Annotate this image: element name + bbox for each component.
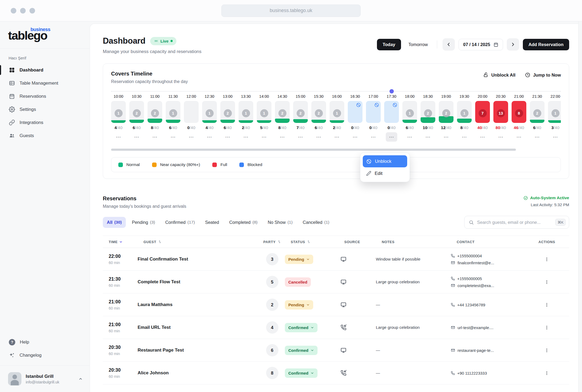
page-scrollbar[interactable]	[578, 21, 582, 392]
column-header-guest[interactable]: GUEST	[138, 240, 259, 244]
tomorrow-button[interactable]: Tomorrow	[405, 39, 432, 50]
sidebar-item-changelog[interactable]: Changelog	[0, 349, 90, 362]
add-reservation-button[interactable]: Add Reservation	[523, 39, 569, 50]
table-row[interactable]: 21:00 60 min Email URL Test 4 Confirmed …	[103, 316, 569, 339]
slot-capacity-bar[interactable]: 2	[148, 101, 162, 123]
status-badge[interactable]: Confirmed	[285, 323, 318, 332]
slot-more-button[interactable]: ⋯	[258, 132, 270, 142]
slot-more-button[interactable]: ⋯	[422, 132, 434, 142]
slot-more-button[interactable]: ⋯	[349, 132, 361, 142]
slot-capacity-bar[interactable]: 2	[530, 101, 545, 123]
slot-capacity-bar[interactable]: 1	[239, 101, 253, 123]
slot-capacity-bar[interactable]: 1	[548, 101, 561, 123]
slot-more-button[interactable]: ⋯	[113, 132, 124, 142]
slot-more-button[interactable]: ⋯	[331, 132, 343, 142]
column-header-time[interactable]: TIME	[103, 240, 138, 244]
row-actions-button[interactable]	[542, 300, 551, 310]
slot-capacity-bar[interactable]: 13	[493, 101, 508, 123]
table-row[interactable]: 20:30 60 min Restaurant Page Test 6 Conf…	[103, 339, 569, 362]
table-row[interactable]: 20:30 60 min Alice Johnson 8 Confirmed —…	[103, 362, 569, 385]
tab-pending[interactable]: Pending(3)	[128, 217, 159, 228]
search-box[interactable]: ⌘K	[464, 216, 569, 229]
slot-more-button[interactable]: ⋯	[513, 132, 525, 142]
status-badge[interactable]: Pending	[285, 300, 313, 310]
slot-capacity-bar[interactable]: 1	[202, 101, 217, 123]
context-menu-item-edit[interactable]: Edit	[363, 167, 407, 179]
tab-cancelled[interactable]: Cancelled(1)	[299, 217, 333, 228]
window-dot[interactable]	[20, 8, 26, 13]
slot-more-button[interactable]: ⋯	[277, 132, 288, 142]
slot-more-button[interactable]: ⋯	[167, 132, 179, 142]
jump-to-now-button[interactable]: Jump to Now	[525, 72, 561, 78]
slot-more-button[interactable]: ⋯	[550, 132, 561, 142]
status-badge[interactable]: Cancelled	[285, 277, 311, 287]
tab-seated[interactable]: Seated	[201, 217, 223, 228]
status-badge[interactable]: Confirmed	[285, 346, 318, 355]
slot-capacity-bar[interactable]: 2	[421, 101, 435, 123]
slot-capacity-bar[interactable]: 2	[275, 101, 290, 123]
slot-more-button[interactable]: ⋯	[495, 132, 507, 142]
window-dot[interactable]	[29, 8, 35, 13]
sidebar-item-dashboard[interactable]: Dashboard	[0, 63, 90, 77]
slot-capacity-bar[interactable]: 1	[257, 101, 271, 123]
slot-capacity-bar[interactable]: 1	[166, 101, 180, 123]
timeline-scrollbar[interactable]	[111, 149, 516, 151]
slot-more-button[interactable]: ⋯	[386, 132, 397, 142]
column-header-status[interactable]: STATUS	[285, 240, 338, 244]
slot-capacity-bar[interactable]: 1	[330, 101, 344, 123]
date-picker[interactable]: 07 / 14 / 2025	[459, 39, 503, 50]
address-bar[interactable]: business.tablego.uk	[221, 5, 361, 17]
next-day-button[interactable]	[507, 38, 519, 51]
slot-capacity-bar[interactable]: 1	[402, 101, 417, 123]
slot-capacity-bar[interactable]: 1	[111, 101, 126, 123]
slot-capacity-bar[interactable]: 2	[220, 101, 235, 123]
sidebar-item-integrations[interactable]: Integrations	[0, 116, 90, 129]
account-menu[interactable]: Istanbul Grill info@istanbulgrill.uk	[0, 365, 90, 392]
slot-capacity-bar[interactable]	[366, 101, 381, 123]
today-button[interactable]: Today	[377, 39, 401, 50]
table-row[interactable]: 21:30 60 min Complete Flow Test 5 Cancel…	[103, 271, 569, 293]
slot-more-button[interactable]: ⋯	[131, 132, 142, 142]
slot-capacity-bar[interactable]: 1	[457, 101, 472, 123]
slot-more-button[interactable]: ⋯	[149, 132, 161, 142]
slot-more-button[interactable]: ⋯	[186, 132, 197, 142]
slot-more-button[interactable]: ⋯	[531, 132, 543, 142]
tab-confirmed[interactable]: Confirmed(17)	[161, 217, 199, 228]
slot-more-button[interactable]: ⋯	[240, 132, 252, 142]
tab-all[interactable]: All(30)	[103, 217, 126, 228]
status-badge[interactable]: Confirmed	[285, 368, 318, 378]
sidebar-item-guests[interactable]: Guests	[0, 129, 90, 142]
slot-more-button[interactable]: ⋯	[222, 132, 233, 142]
slot-more-button[interactable]: ⋯	[295, 132, 306, 142]
slot-capacity-bar[interactable]	[348, 101, 362, 123]
unblock-all-button[interactable]: Unblock All	[483, 72, 515, 78]
table-row[interactable]: 22:00 60 min Final Confirmation Test 3 P…	[103, 248, 569, 271]
status-badge[interactable]: Pending	[285, 255, 313, 264]
slot-capacity-bar[interactable]: 2	[439, 101, 453, 123]
row-actions-button[interactable]	[542, 346, 551, 355]
slot-more-button[interactable]: ⋯	[404, 132, 415, 142]
slot-capacity-bar[interactable]: 7	[475, 101, 490, 123]
column-header-party[interactable]: PARTY	[259, 240, 285, 244]
slot-more-button[interactable]: ⋯	[313, 132, 324, 142]
slot-capacity-bar[interactable]	[184, 101, 199, 123]
row-actions-button[interactable]	[542, 323, 551, 332]
sidebar-item-reservations[interactable]: Reservations	[0, 90, 90, 103]
slot-capacity-bar[interactable]: 8	[512, 101, 526, 123]
row-actions-button[interactable]	[542, 277, 551, 287]
sidebar-item-settings[interactable]: Settings	[0, 103, 90, 116]
slot-more-button[interactable]: ⋯	[459, 132, 470, 142]
slot-capacity-bar[interactable]: 2	[129, 101, 144, 123]
window-controls[interactable]	[11, 8, 35, 13]
window-dot[interactable]	[11, 8, 16, 13]
row-actions-button[interactable]	[542, 255, 551, 264]
table-row[interactable]: 21:00 60 min Laura Matthams 2 Pending — …	[103, 293, 569, 316]
slot-more-button[interactable]: ⋯	[204, 132, 215, 142]
slot-capacity-bar[interactable]: 2	[311, 101, 326, 123]
slot-capacity-bar[interactable]	[384, 101, 399, 123]
search-input[interactable]	[477, 220, 552, 225]
prev-day-button[interactable]	[443, 38, 455, 51]
slot-more-button[interactable]: ⋯	[477, 132, 488, 142]
sidebar-item-table-management[interactable]: Table Management	[0, 77, 90, 90]
sidebar-item-help[interactable]: ? Help	[0, 336, 90, 349]
